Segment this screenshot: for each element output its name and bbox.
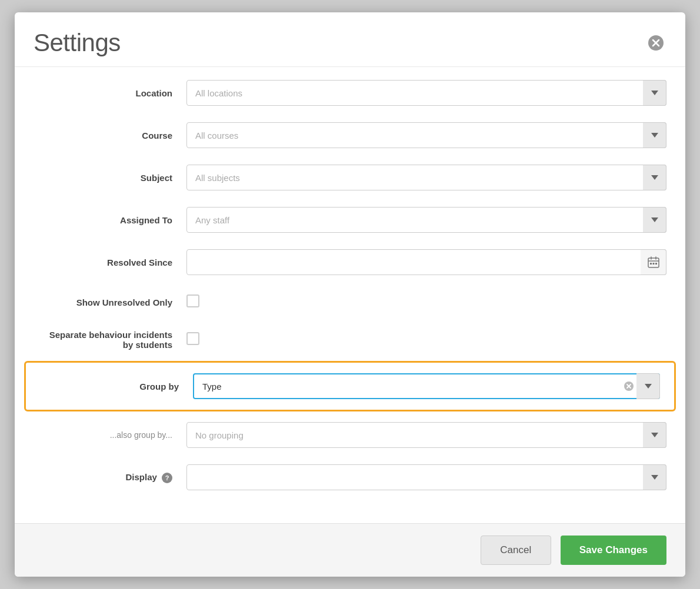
location-select[interactable]: All locations [186,80,666,106]
subject-control-wrap: All subjects [186,165,666,190]
separate-behaviour-checkbox[interactable] [186,332,199,345]
settings-dialog: Settings Location All locations [15,12,685,577]
group-by-dropdown-arrow[interactable] [636,373,660,399]
separate-behaviour-row: Separate behaviour incidents by students [15,321,685,359]
course-label: Course [34,130,186,140]
group-by-input[interactable] [193,373,660,399]
location-row: Location All locations [15,72,685,114]
assigned-to-control-wrap: Any staff [186,207,666,233]
assigned-to-row: Assigned To Any staff [15,199,685,241]
svg-rect-8 [652,263,654,265]
svg-rect-9 [655,263,657,265]
resolved-since-label: Resolved Since [34,257,186,267]
show-unresolved-label: Show Unresolved Only [34,297,186,307]
show-unresolved-control-wrap [186,294,666,310]
display-help-icon[interactable]: ? [162,473,172,483]
course-row: Course All courses [15,114,685,156]
display-control-wrap [186,464,666,490]
display-row: Display ? [15,456,685,498]
separate-behaviour-label: Separate behaviour incidents by students [34,330,186,350]
course-select[interactable]: All courses [186,122,666,148]
cancel-button[interactable]: Cancel [481,536,551,565]
subject-label: Subject [34,173,186,183]
show-unresolved-row: Show Unresolved Only [15,283,685,321]
assigned-to-label: Assigned To [34,215,186,225]
close-button[interactable] [645,32,666,55]
subject-select[interactable]: All subjects [186,165,666,190]
group-by-row: Group by [31,370,669,403]
resolved-since-input[interactable] [186,249,666,275]
location-control-wrap: All locations [186,80,666,106]
show-unresolved-checkbox[interactable] [186,294,199,307]
group-by-clear-button[interactable] [621,379,636,394]
separate-behaviour-control-wrap [186,332,666,347]
subject-row: Subject All subjects [15,156,685,199]
display-label: Display ? [34,472,186,483]
group-by-control-wrap [193,373,660,399]
also-group-by-control-wrap: No grouping [186,422,666,448]
assigned-to-select[interactable]: Any staff [186,207,666,233]
dialog-footer: Cancel Save Changes [15,523,685,577]
location-label: Location [34,88,186,98]
also-group-by-select[interactable]: No grouping [186,422,666,448]
also-group-by-label: ...also group by... [34,430,186,440]
dialog-body: Location All locations Course All course… [15,67,685,523]
course-control-wrap: All courses [186,122,666,148]
save-changes-button[interactable]: Save Changes [561,536,666,565]
resolved-since-row: Resolved Since [15,241,685,283]
also-group-by-row: ...also group by... No grouping [15,414,685,456]
svg-rect-7 [650,263,652,265]
group-by-highlight-box: Group by [24,361,676,411]
resolved-since-control-wrap [186,249,666,275]
chevron-down-icon [645,384,652,389]
dialog-header: Settings [15,12,685,67]
dialog-title: Settings [34,29,121,57]
calendar-button[interactable] [641,249,666,275]
group-by-label: Group by [40,381,193,391]
display-select[interactable] [186,464,666,490]
